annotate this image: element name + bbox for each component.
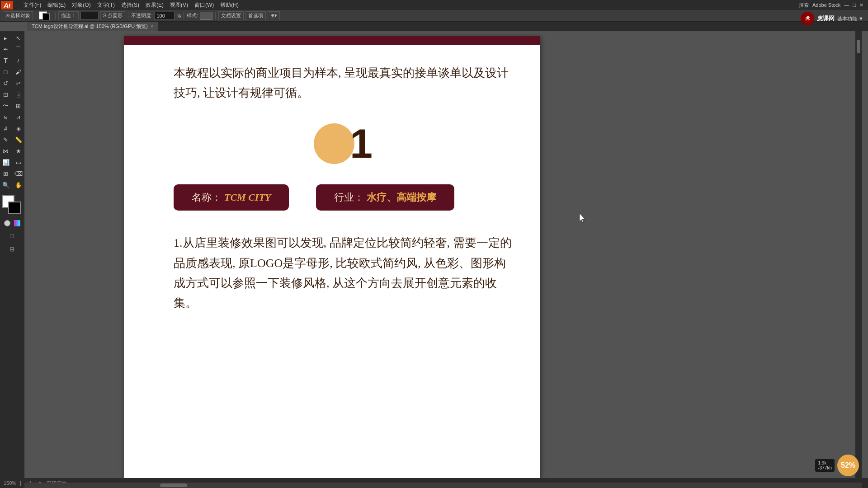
intro-text: 本教程以实际的商业项目为样本, 呈现最真实的接单谈单以及设计技巧, 让设计有规律… — [174, 63, 513, 103]
document-tab[interactable]: TCM logo设计推导流程.ai @ 150% (RGB/GPU 预览) × — [27, 22, 158, 31]
user-icon[interactable]: 搜索 — [799, 2, 809, 9]
scale-tool[interactable]: ⊡ — [0, 89, 12, 100]
menu-edit[interactable]: 编辑(E) — [45, 0, 68, 10]
hand-tool[interactable]: ✋ — [13, 179, 24, 190]
canvas-area: 本教程以实际的商业项目为样本, 呈现最真实的接单谈单以及设计技巧, 让设计有规律… — [24, 31, 862, 478]
bottom-right-indicator: 1.9k -377kh 52% — [815, 455, 859, 476]
measure-tool[interactable]: 📏 — [13, 134, 24, 145]
scroll-thumb-bottom[interactable] — [160, 483, 187, 487]
artboard-content: 本教程以实际的商业项目为样本, 呈现最真实的接单谈单以及设计技巧, 让设计有规律… — [124, 45, 540, 331]
column-graph-tool[interactable]: 📊 — [0, 157, 12, 168]
perspective-tool[interactable]: ⊿ — [13, 112, 24, 122]
menu-object[interactable]: 对象(O) — [69, 0, 93, 10]
gradient-tool[interactable]: ◈ — [13, 123, 24, 134]
warp-tool[interactable]: 〜 — [0, 100, 12, 111]
logo-icon: 虎 — [801, 12, 814, 25]
stroke-btn[interactable]: 描边： — [58, 11, 79, 20]
main-toolbar: 未选择对象 描边： S 点圆形 不透明度: % 样式: 文档设置 首选项 ⊞▾ — [0, 10, 868, 22]
percent-value: 52% — [841, 461, 855, 469]
status-bar: 150% | ◂ 1 ▸ ▶ 直接演示 — [0, 478, 868, 488]
blend-tool[interactable]: ⋈ — [0, 145, 12, 156]
menu-file[interactable]: 文件(F) — [21, 0, 44, 10]
badge-number: 1 — [350, 123, 373, 164]
percent-symbol: % — [176, 13, 181, 19]
tool-row-11: ⋈ ★ — [0, 145, 24, 156]
place-image-icon[interactable]: ⊟ — [6, 244, 18, 254]
doc-settings-btn[interactable]: 文档设置 — [218, 11, 244, 20]
minimize-icon[interactable]: — — [844, 2, 849, 8]
scrollbar-bottom[interactable] — [24, 483, 862, 488]
coords-x: 1.9k — [818, 460, 832, 465]
maximize-icon[interactable]: □ — [853, 2, 856, 8]
menu-bar: Ai 文件(F) 编辑(E) 对象(O) 文字(T) 选择(S) 效果(E) 视… — [0, 0, 868, 10]
app-title: Ai — [1, 1, 13, 9]
eyedropper-tool[interactable]: ✎ — [0, 134, 12, 145]
type-tool[interactable]: T — [0, 55, 12, 66]
info-badges: 名称： TCM CITY 行业： 水疗、高端按摩 — [174, 184, 513, 211]
zoom-tool[interactable]: 🔍 — [0, 179, 12, 190]
tab-filename: TCM logo设计推导流程.ai @ 150% (RGB/GPU 预览) — [32, 23, 148, 30]
swatch-mini-icons — [4, 220, 20, 226]
stroke-color[interactable] — [42, 13, 50, 20]
symbol-tool[interactable]: ★ — [13, 145, 24, 156]
mesh-tool[interactable]: # — [0, 123, 12, 134]
menu-select[interactable]: 选择(S) — [118, 0, 142, 10]
free-transform-tool[interactable]: ⊞ — [13, 100, 24, 111]
normal-mode-icon[interactable]: □ — [6, 230, 18, 241]
tool-row-7: 〜 ⊞ — [0, 100, 24, 111]
rotate-tool[interactable]: ↺ — [0, 78, 12, 89]
adobe-stock-link[interactable]: Adobe Stock — [812, 2, 840, 8]
menu-effect[interactable]: 效果(E) — [143, 0, 166, 10]
selection-tool[interactable]: ▸ — [0, 33, 12, 43]
background-swatch[interactable] — [8, 202, 21, 214]
pen-tool[interactable]: ✒ — [0, 44, 12, 55]
close-icon[interactable]: ✕ — [859, 2, 863, 8]
align-btn[interactable]: ⊞▾ — [268, 11, 280, 20]
sep-status: | — [20, 480, 21, 486]
shape-builder-tool[interactable]: ⊎ — [0, 112, 12, 122]
shape-select[interactable]: S 点圆形 — [100, 11, 125, 20]
workspace-selector[interactable]: 基本功能 ▼ — [837, 15, 863, 22]
site-name: 虎课网 — [817, 14, 835, 23]
scroll-thumb-right[interactable] — [857, 40, 860, 53]
swap-colors-icon[interactable] — [14, 220, 20, 226]
preferences-btn[interactable]: 首选项 — [245, 11, 266, 20]
eraser-tool[interactable]: ⌫ — [13, 168, 24, 179]
tab-bar: TCM logo设计推导流程.ai @ 150% (RGB/GPU 预览) × — [27, 22, 868, 31]
sep4 — [184, 12, 184, 19]
tab-close-btn[interactable]: × — [151, 24, 153, 29]
tool-row-4: □ 🖌 — [0, 66, 24, 77]
name-value: TCM CITY — [224, 192, 271, 203]
line-tool[interactable]: / — [13, 55, 24, 66]
paint-brush-tool[interactable]: 🖌 — [13, 66, 24, 77]
rectangle-tool[interactable]: □ — [0, 66, 12, 77]
tool-row-13: ⊞ ⌫ — [0, 168, 24, 179]
artboard-top-bar — [124, 36, 540, 45]
tool-row-6: ⊡ ⌻ — [0, 89, 24, 100]
shear-tool[interactable]: ⌻ — [13, 89, 24, 100]
name-badge: 名称： TCM CITY — [174, 184, 289, 211]
menu-text[interactable]: 文字(T) — [94, 0, 118, 10]
sep1 — [36, 12, 36, 19]
reflect-tool[interactable]: ⇌ — [13, 78, 24, 89]
zoom-level[interactable]: 150% — [4, 480, 16, 486]
style-preview[interactable] — [200, 12, 212, 20]
name-label: 名称： — [192, 191, 222, 204]
menu-help[interactable]: 帮助(H) — [217, 0, 241, 10]
opacity-input[interactable] — [154, 12, 175, 20]
select-tool-btn[interactable]: 未选择对象 — [3, 11, 33, 20]
reset-colors-icon[interactable] — [4, 220, 10, 226]
curvature-tool[interactable]: ⌒ — [13, 44, 24, 55]
badge-circle — [314, 123, 354, 164]
menu-view[interactable]: 视图(V) — [167, 0, 191, 10]
sep3 — [128, 12, 128, 19]
direct-selection-tool[interactable]: ↖ — [13, 33, 24, 43]
watermark-logo: 虎 虎课网 基本功能 ▼ — [801, 12, 863, 25]
slice-tool[interactable]: ⊞ — [0, 168, 12, 179]
tool-row-10: ✎ 📏 — [0, 134, 24, 145]
artboard-tool[interactable]: ▭ — [13, 157, 24, 168]
scrollbar-right[interactable] — [855, 31, 862, 478]
menu-window[interactable]: 窗口(W) — [192, 0, 217, 10]
stroke-input[interactable] — [80, 12, 99, 20]
number-badge-container: 1 — [174, 121, 513, 166]
